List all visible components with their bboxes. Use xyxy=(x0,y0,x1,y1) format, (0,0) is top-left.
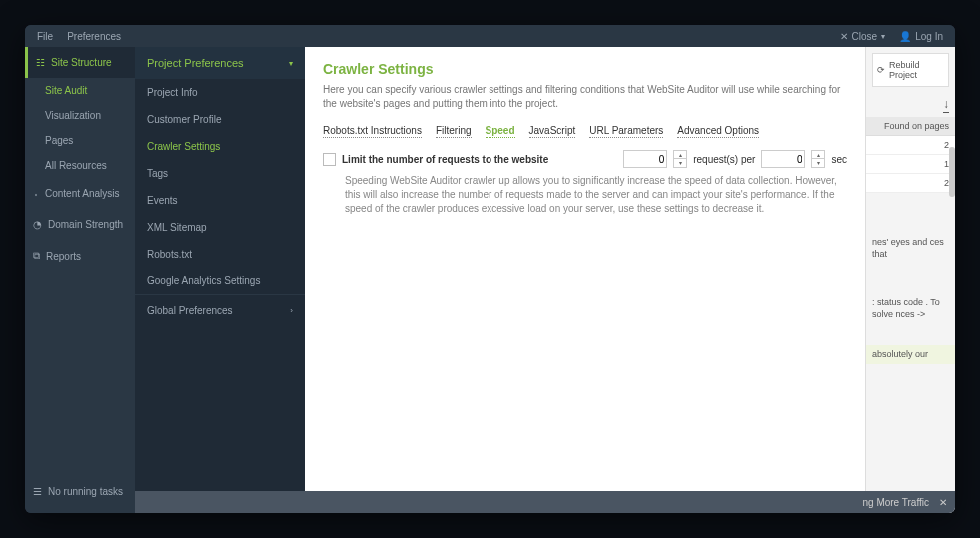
tab-url-parameters[interactable]: URL Parameters xyxy=(589,125,663,138)
login-button[interactable]: 👤 Log In xyxy=(899,31,943,42)
tab-filtering[interactable]: Filtering xyxy=(436,125,472,138)
menubar: File Preferences ✕ Close ▾ 👤 Log In xyxy=(25,25,955,47)
primary-sidebar: ☷ Site Structure Site Audit Visualizatio… xyxy=(25,47,135,513)
download-icon[interactable]: ↓ xyxy=(943,97,949,113)
prefs-xml-sitemap[interactable]: XML Sitemap xyxy=(135,214,305,241)
requests-input[interactable] xyxy=(623,150,667,168)
rebuild-icon: ⟳ xyxy=(877,65,885,75)
close-icon: ✕ xyxy=(840,31,848,42)
tab-javascript[interactable]: JavaScript xyxy=(529,125,576,138)
menu-preferences[interactable]: Preferences xyxy=(67,31,121,42)
limit-requests-label: Limit the number of requests to the webs… xyxy=(342,154,548,165)
nav-site-structure[interactable]: ☷ Site Structure xyxy=(25,47,135,78)
chevron-down-icon: ▾ xyxy=(289,59,293,68)
prefs-global[interactable]: Global Preferences › xyxy=(135,294,305,326)
footer-text: ng More Traffic xyxy=(862,497,929,508)
prefs-header[interactable]: Project Preferences ▾ xyxy=(135,47,305,79)
reports-icon: ⧉ xyxy=(33,250,40,262)
info-text: nes' eyes and ces that xyxy=(866,233,955,264)
prefs-tags[interactable]: Tags xyxy=(135,160,305,187)
nav-pages[interactable]: Pages xyxy=(25,128,135,153)
table-row[interactable]: 2 xyxy=(866,174,955,193)
prefs-robots[interactable]: Robots.txt xyxy=(135,241,305,268)
limit-requests-description: Speeding WebSite Auditor crawler up allo… xyxy=(345,174,847,216)
prefs-events[interactable]: Events xyxy=(135,187,305,214)
table-row[interactable]: 1 xyxy=(866,155,955,174)
rebuild-project-button[interactable]: ⟳ Rebuild Project xyxy=(872,53,949,87)
tab-robots[interactable]: Robots.txt Instructions xyxy=(323,125,422,138)
limit-requests-checkbox[interactable] xyxy=(323,153,336,166)
settings-tabs: Robots.txt Instructions Filtering Speed … xyxy=(323,125,847,138)
seconds-input[interactable] xyxy=(761,150,805,168)
prefs-crawler-settings[interactable]: Crawler Settings xyxy=(135,133,305,160)
structure-icon: ☷ xyxy=(36,57,45,68)
nav-domain-strength[interactable]: ◔ Domain Strength xyxy=(25,209,135,240)
panel-description: Here you can specify various crawler set… xyxy=(323,83,847,111)
tasks-status: ☰ No running tasks xyxy=(25,478,135,505)
seconds-unit: sec xyxy=(831,154,847,165)
prefs-project-info[interactable]: Project Info xyxy=(135,79,305,106)
nav-reports[interactable]: ⧉ Reports xyxy=(25,240,135,271)
nav-site-audit[interactable]: Site Audit xyxy=(25,78,135,103)
scrollbar[interactable] xyxy=(949,147,955,197)
side-panel: ⟳ Rebuild Project ↓ Found on pages 2 1 2… xyxy=(865,47,955,513)
settings-panel: Crawler Settings Here you can specify va… xyxy=(305,47,865,513)
requests-spinner[interactable]: ▴▾ xyxy=(673,150,687,168)
chevron-right-icon: › xyxy=(290,306,293,315)
preferences-sidebar: Project Preferences ▾ Project Info Custo… xyxy=(135,47,305,513)
app-window: File Preferences ✕ Close ▾ 👤 Log In ☷ Si… xyxy=(25,25,955,513)
tab-speed[interactable]: Speed xyxy=(486,125,515,138)
column-header: Found on pages xyxy=(866,117,955,136)
info-text: : status code . To solve nces -> xyxy=(866,293,955,324)
footer-bar: ng More Traffic ✕ xyxy=(135,491,955,513)
requests-unit: request(s) per xyxy=(693,154,755,165)
gauge-icon: ◔ xyxy=(33,219,42,230)
chevron-down-icon: ▾ xyxy=(881,32,885,41)
seconds-spinner[interactable]: ▴▾ xyxy=(811,150,825,168)
info-text: absolutely our xyxy=(866,345,955,365)
limit-requests-row: Limit the number of requests to the webs… xyxy=(323,150,847,168)
footer-close-icon[interactable]: ✕ xyxy=(939,497,947,508)
menu-file[interactable]: File xyxy=(37,31,53,42)
nav-all-resources[interactable]: All Resources xyxy=(25,153,135,178)
panel-title: Crawler Settings xyxy=(323,61,847,77)
tasks-icon: ☰ xyxy=(33,486,42,497)
close-button[interactable]: ✕ Close ▾ xyxy=(840,31,886,42)
chart-icon: ⬪ xyxy=(33,188,39,199)
prefs-customer-profile[interactable]: Customer Profile xyxy=(135,106,305,133)
tab-advanced[interactable]: Advanced Options xyxy=(677,125,759,138)
nav-content-analysis[interactable]: ⬪ Content Analysis xyxy=(25,178,135,209)
table-row[interactable]: 2 xyxy=(866,136,955,155)
prefs-google-analytics[interactable]: Google Analytics Settings xyxy=(135,268,305,294)
nav-visualization[interactable]: Visualization xyxy=(25,103,135,128)
user-icon: 👤 xyxy=(899,31,911,42)
